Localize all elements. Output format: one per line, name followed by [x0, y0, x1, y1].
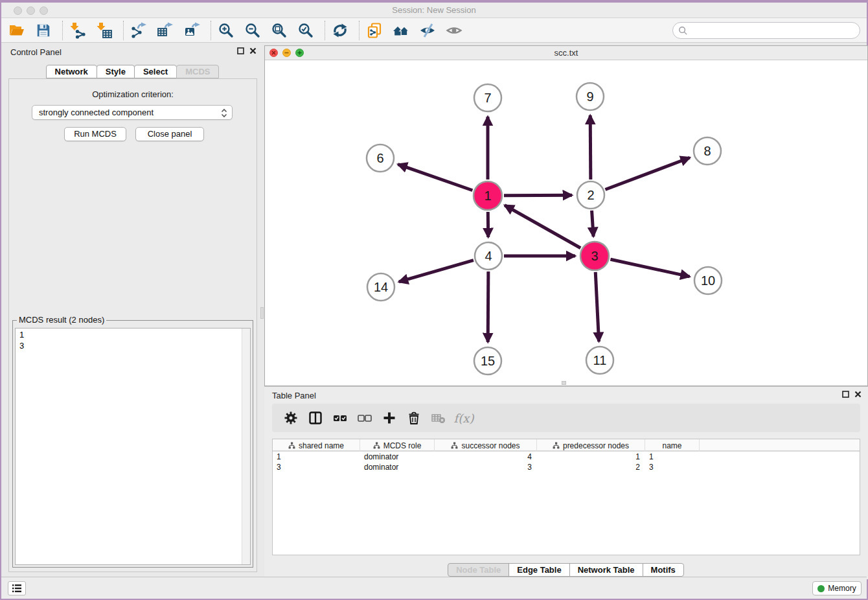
toolbar-separator — [359, 21, 360, 40]
table-cell[interactable]: 3 — [273, 462, 360, 472]
sort-hierarchy-icon — [451, 442, 458, 449]
export-network-icon[interactable] — [130, 21, 148, 40]
toolbar-separator — [62, 21, 63, 40]
network-canvas[interactable]: 1234678910111415 — [265, 60, 867, 386]
network-window-titlebar[interactable]: scc.txt — [265, 46, 867, 60]
tab-network-table[interactable]: Network Table — [569, 563, 643, 577]
mcds-result-title: MCDS result (2 nodes) — [17, 315, 106, 325]
tab-select[interactable]: Select — [134, 65, 177, 78]
home-networks-icon[interactable] — [392, 21, 410, 40]
table-cell[interactable]: 1 — [273, 452, 360, 462]
show-graphics-icon[interactable] — [445, 21, 463, 40]
column-header-name[interactable]: name — [645, 439, 700, 452]
zoom-out-icon[interactable] — [244, 21, 262, 40]
network-window-title: scc.txt — [265, 48, 867, 58]
column-header-label: MCDS role — [383, 441, 422, 450]
mcds-result-line: 3 — [19, 340, 250, 351]
optimization-criterion-dropdown[interactable]: strongly connected component — [32, 105, 233, 120]
table-row[interactable]: 1dominator411 — [273, 452, 860, 462]
table-cell[interactable]: 1 — [537, 452, 645, 462]
graph-edge-4-15[interactable] — [488, 271, 488, 342]
table-cell[interactable]: 3 — [645, 462, 700, 472]
graph-node-label: 9 — [586, 89, 593, 104]
hide-graphics-icon[interactable] — [418, 21, 437, 40]
mcds-result-line: 1 — [19, 329, 250, 340]
run-mcds-button[interactable]: Run MCDS — [64, 127, 126, 141]
memory-button[interactable]: Memory — [812, 581, 862, 595]
application-window: Session: New Session — [0, 0, 868, 600]
column-header-predecessor-nodes[interactable]: predecessor nodes — [537, 439, 645, 452]
graph-edge-3-11[interactable] — [595, 272, 599, 341]
tab-node-table[interactable]: Node Table — [448, 563, 509, 577]
tab-style[interactable]: Style — [97, 65, 135, 78]
chevron-up-down-icon — [221, 108, 227, 118]
close-panel-button[interactable]: Close panel — [135, 127, 204, 141]
zoom-selected-icon[interactable] — [297, 21, 315, 40]
open-session-icon[interactable] — [8, 21, 26, 40]
graph-edge-1-6[interactable] — [398, 165, 472, 190]
scrollbar-track[interactable] — [242, 329, 250, 564]
add-column-icon[interactable] — [381, 410, 398, 426]
close-panel-icon[interactable] — [854, 391, 862, 398]
graph-edge-3-10[interactable] — [610, 259, 689, 277]
deselect-all-checkboxes-icon[interactable] — [356, 410, 373, 426]
float-panel-icon[interactable] — [237, 47, 244, 54]
tab-network[interactable]: Network — [46, 65, 97, 78]
status-bar: Memory — [1, 577, 867, 599]
mcds-panel-content: Optimization criterion: strongly connect… — [8, 78, 257, 572]
search-field[interactable] — [672, 22, 860, 39]
graph-node-label: 11 — [593, 353, 607, 367]
graph-node-label: 6 — [376, 151, 383, 165]
close-panel-icon[interactable] — [249, 47, 257, 54]
table-cell[interactable]: dominator — [360, 452, 435, 462]
column-header-MCDS-role[interactable]: MCDS role — [360, 439, 435, 452]
column-header-label: successor nodes — [461, 441, 520, 450]
graph-edge-2-8[interactable] — [605, 157, 689, 189]
search-input[interactable] — [688, 23, 860, 38]
column-header-label: predecessor nodes — [563, 441, 629, 450]
table-cell[interactable]: 3 — [435, 462, 537, 472]
column-header-shared-name[interactable]: shared name — [273, 439, 360, 452]
graph-edge-2-9[interactable] — [590, 115, 591, 179]
split-columns-icon[interactable] — [307, 410, 324, 426]
table-cell[interactable]: 2 — [537, 462, 645, 472]
graph-edge-2-3[interactable] — [592, 211, 594, 237]
node-table: shared nameMCDS rolesuccessor nodesprede… — [272, 439, 860, 555]
tab-motifs[interactable]: Motifs — [643, 563, 684, 577]
graph-node-label: 4 — [485, 249, 492, 263]
table-toolbar: f(x) — [272, 404, 860, 432]
zoom-fit-icon[interactable] — [270, 21, 288, 40]
control-panel-tabs: Network Style Select MCDS — [3, 65, 263, 78]
float-panel-icon[interactable] — [842, 391, 849, 398]
dropdown-selected-value: strongly connected component — [39, 108, 154, 117]
table-cell[interactable]: dominator — [360, 462, 435, 472]
apply-layout-icon[interactable] — [331, 21, 349, 40]
save-session-icon[interactable] — [34, 21, 52, 40]
scrollbar-thumb[interactable] — [562, 381, 566, 385]
import-table-icon[interactable] — [95, 21, 113, 40]
column-header-label: shared name — [299, 441, 344, 450]
clone-network-icon[interactable] — [365, 21, 383, 40]
column-header-successor-nodes[interactable]: successor nodes — [435, 439, 537, 452]
show-panels-button[interactable] — [8, 581, 26, 595]
graph-edge-3-1[interactable] — [505, 205, 580, 248]
memory-status-icon — [817, 585, 825, 592]
graph-node-label: 15 — [481, 354, 495, 368]
delete-column-icon[interactable] — [405, 410, 422, 426]
graph-edge-4-14[interactable] — [399, 260, 474, 282]
table-cell[interactable]: 4 — [435, 452, 537, 462]
zoom-in-icon[interactable] — [217, 21, 235, 40]
import-network-icon[interactable] — [69, 21, 87, 40]
panel-splitter-handle[interactable] — [260, 307, 264, 319]
settings-gear-icon[interactable] — [282, 410, 299, 426]
graph-node-label: 10 — [701, 273, 715, 288]
tab-edge-table[interactable]: Edge Table — [508, 563, 569, 577]
sort-hierarchy-icon — [373, 442, 380, 449]
graph-edge-1-2[interactable] — [504, 195, 572, 196]
mcds-result-list[interactable]: 13 — [15, 328, 251, 565]
export-image-icon[interactable] — [183, 21, 201, 40]
table-row[interactable]: 3dominator323 — [273, 462, 860, 472]
export-table-icon[interactable] — [156, 21, 174, 40]
select-all-checkboxes-icon[interactable] — [332, 410, 348, 426]
table-cell[interactable]: 1 — [645, 452, 700, 462]
